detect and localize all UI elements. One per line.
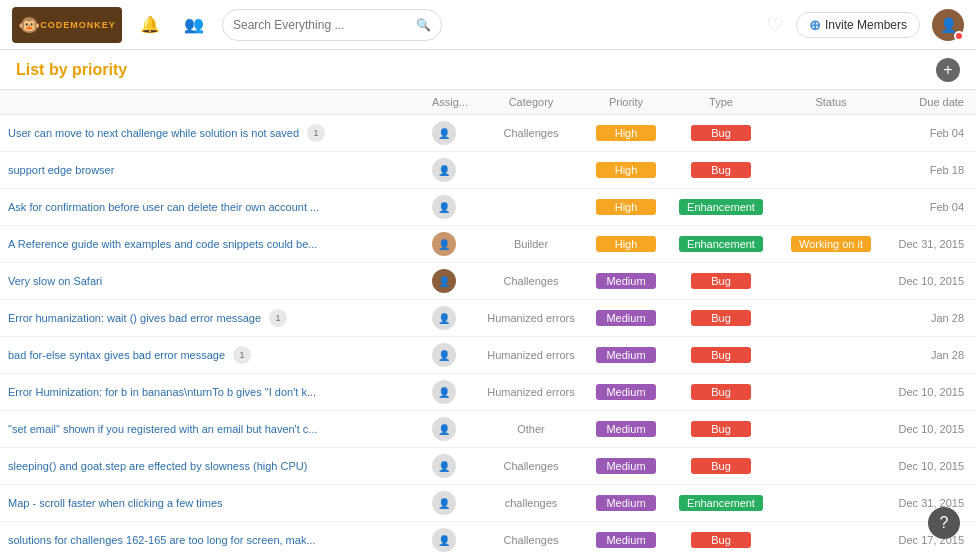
task-link[interactable]: Error Huminization: for b in bananas\ntu… (8, 386, 316, 398)
task-name-cell: Very slow on Safari (0, 263, 424, 300)
status-cell (776, 522, 886, 556)
search-bar[interactable]: 🔍 (222, 9, 442, 41)
task-link[interactable]: Map - scroll faster when clicking a few … (8, 497, 223, 509)
task-name-cell: support edge browser (0, 152, 424, 189)
due-date-cell: Dec 10, 2015 (886, 411, 976, 448)
priority-badge: Medium (596, 310, 656, 326)
status-cell (776, 263, 886, 300)
type-cell: Bug (666, 522, 776, 556)
col-assignee: Assig... (424, 90, 476, 115)
table-row: support edge browser👤HighBugFeb 18 (0, 152, 976, 189)
priority-badge: Medium (596, 458, 656, 474)
table-container[interactable]: Assig... Category Priority Type Status D… (0, 90, 976, 555)
type-cell: Bug (666, 300, 776, 337)
avatar[interactable]: 👤 (932, 9, 964, 41)
tasks-table: Assig... Category Priority Type Status D… (0, 90, 976, 555)
assignee-avatar[interactable]: 👤 (432, 195, 456, 219)
assignee-cell: 👤 (424, 226, 476, 263)
type-badge: Bug (691, 384, 751, 400)
assignee-avatar[interactable]: 👤 (432, 306, 456, 330)
category-cell: Builder (476, 226, 586, 263)
type-cell: Enhancement (666, 485, 776, 522)
help-button[interactable]: ? (928, 507, 960, 539)
table-row: "set email" shown if you registered with… (0, 411, 976, 448)
table-row: bad for-else syntax gives bad error mess… (0, 337, 976, 374)
due-date-cell: Dec 10, 2015 (886, 448, 976, 485)
comment-count: 1 (269, 309, 287, 327)
assignee-cell: 👤 (424, 448, 476, 485)
people-icon[interactable]: 👥 (178, 9, 210, 41)
assignee-avatar[interactable]: 👤 (432, 121, 456, 145)
category-cell (476, 189, 586, 226)
add-item-button[interactable]: + (936, 58, 960, 82)
task-link[interactable]: support edge browser (8, 164, 114, 176)
invite-button[interactable]: ⊕ Invite Members (796, 12, 920, 38)
task-link[interactable]: Ask for confirmation before user can del… (8, 201, 319, 213)
assignee-cell: 👤 (424, 374, 476, 411)
task-link[interactable]: "set email" shown if you registered with… (8, 423, 318, 435)
priority-cell: Medium (586, 485, 666, 522)
priority-badge: High (596, 236, 656, 252)
assignee-avatar[interactable]: 👤 (432, 343, 456, 367)
task-link[interactable]: bad for-else syntax gives bad error mess… (8, 349, 225, 361)
search-input[interactable] (233, 18, 416, 32)
due-date-cell: Dec 10, 2015 (886, 263, 976, 300)
assignee-avatar[interactable]: 👤 (432, 232, 456, 256)
priority-cell: Medium (586, 374, 666, 411)
type-badge: Bug (691, 532, 751, 548)
type-cell: Bug (666, 411, 776, 448)
task-link[interactable]: A Reference guide with examples and code… (8, 238, 317, 250)
priority-badge: Medium (596, 273, 656, 289)
task-link[interactable]: Error humanization: wait () gives bad er… (8, 312, 261, 324)
invite-plus-icon: ⊕ (809, 17, 821, 33)
table-row: Error Huminization: for b in bananas\ntu… (0, 374, 976, 411)
type-cell: Enhancement (666, 226, 776, 263)
task-link[interactable]: Very slow on Safari (8, 275, 102, 287)
notification-icon[interactable]: 🔔 (134, 9, 166, 41)
table-row: solutions for challenges 162-165 are too… (0, 522, 976, 556)
task-name-cell: Error Huminization: for b in bananas\ntu… (0, 374, 424, 411)
assignee-avatar[interactable]: 👤 (432, 528, 456, 552)
task-link[interactable]: sleeping() and goat.step are effected by… (8, 460, 307, 472)
type-cell: Bug (666, 263, 776, 300)
priority-cell: High (586, 189, 666, 226)
task-name-cell: Map - scroll faster when clicking a few … (0, 485, 424, 522)
header-right: ♡ ⊕ Invite Members 👤 (766, 9, 964, 41)
table-row: User can move to next challenge while so… (0, 115, 976, 152)
status-cell (776, 448, 886, 485)
status-cell (776, 115, 886, 152)
due-date-cell: Jan 28 (886, 300, 976, 337)
assignee-cell: 👤 (424, 263, 476, 300)
priority-badge: High (596, 199, 656, 215)
table-row: Very slow on Safari👤ChallengesMediumBugD… (0, 263, 976, 300)
task-name-cell: User can move to next challenge while so… (0, 115, 424, 152)
table-row: sleeping() and goat.step are effected by… (0, 448, 976, 485)
assignee-avatar[interactable]: 👤 (432, 454, 456, 478)
assignee-avatar[interactable]: 👤 (432, 491, 456, 515)
logo[interactable]: 🐵 CODEMONKEY (12, 7, 122, 43)
assignee-avatar[interactable]: 👤 (432, 269, 456, 293)
col-task (0, 90, 424, 115)
category-cell: Challenges (476, 448, 586, 485)
category-cell: Challenges (476, 115, 586, 152)
task-name-cell: Ask for confirmation before user can del… (0, 189, 424, 226)
category-cell (476, 152, 586, 189)
task-link[interactable]: User can move to next challenge while so… (8, 127, 299, 139)
category-cell: Challenges (476, 522, 586, 556)
status-badge: Working on it (791, 236, 871, 252)
category-cell: Humanized errors (476, 337, 586, 374)
table-body: User can move to next challenge while so… (0, 115, 976, 556)
status-cell: Working on it (776, 226, 886, 263)
status-cell (776, 152, 886, 189)
assignee-avatar[interactable]: 👤 (432, 417, 456, 441)
comment-count: 1 (307, 124, 325, 142)
priority-badge: Medium (596, 347, 656, 363)
favorites-icon[interactable]: ♡ (766, 13, 784, 37)
table-row: Error humanization: wait () gives bad er… (0, 300, 976, 337)
table-row: A Reference guide with examples and code… (0, 226, 976, 263)
col-status: Status (776, 90, 886, 115)
task-link[interactable]: solutions for challenges 162-165 are too… (8, 534, 316, 546)
assignee-avatar[interactable]: 👤 (432, 380, 456, 404)
assignee-avatar[interactable]: 👤 (432, 158, 456, 182)
assignee-cell: 👤 (424, 152, 476, 189)
